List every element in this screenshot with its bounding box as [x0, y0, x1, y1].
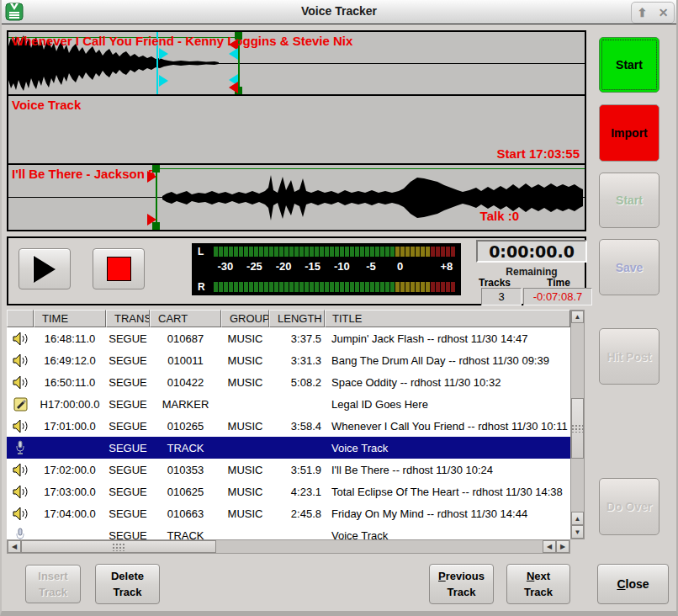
log-row[interactable]: SEGUETRACKVoice Track — [7, 524, 570, 539]
time-label: Time — [530, 277, 587, 289]
tracks-remaining-value: 3 — [481, 288, 522, 305]
meter-segment — [390, 247, 395, 257]
fade-marker-arrow[interactable] — [229, 82, 238, 93]
meter-segment — [254, 282, 258, 292]
play-button[interactable] — [19, 248, 71, 289]
meter-segment — [269, 282, 273, 292]
log-row[interactable]: 17:01:00.0SEGUE010265MUSIC3:58.4Whenever… — [7, 415, 570, 437]
meter-segment — [224, 282, 228, 292]
save-label: Save — [616, 261, 644, 274]
next-track-button[interactable]: Next Track — [506, 564, 570, 604]
scroll-left-icon[interactable]: ◀ — [8, 540, 21, 553]
meter-segment — [390, 282, 395, 292]
meter-segment — [305, 282, 309, 292]
meter-segment — [375, 247, 379, 257]
start-play-button: Start — [599, 173, 659, 228]
meter-segment — [345, 282, 349, 292]
audio-cart-icon — [12, 419, 29, 433]
play-icon — [34, 256, 56, 283]
log-cell-trans: SEGUE — [106, 529, 150, 540]
stop-icon — [107, 257, 131, 281]
meter-segment — [279, 282, 283, 292]
scrollbar-corner — [570, 539, 585, 554]
meter-segment — [305, 247, 309, 257]
vscroll-thumb[interactable] — [571, 398, 584, 459]
waveform-panel-next-track[interactable]: I'll Be There - Jackson 5 Talk :0 — [7, 163, 586, 231]
insert-track-line2: Track — [39, 584, 67, 601]
log-row[interactable]: 17:03:00.0SEGUE010625MUSIC4:23.1Total Ec… — [7, 481, 570, 502]
log-row[interactable]: 17:04:00.0SEGUE010663MUSIC2:45.8Friday O… — [7, 502, 570, 524]
delete-track-button[interactable]: Delete Track — [95, 564, 160, 604]
meter-segment — [315, 247, 319, 257]
scroll-right-icon[interactable]: ▶ — [556, 540, 569, 553]
meter-segment — [214, 282, 218, 292]
meter-segment — [385, 247, 389, 257]
vertical-scrollbar[interactable]: ▲ ▲ ▼ — [570, 310, 585, 539]
log-cell-length: 4:23.1 — [269, 486, 325, 498]
header-length[interactable]: LENGTH — [269, 310, 325, 327]
scroll-down-icon[interactable]: ▼ — [571, 525, 584, 539]
meter-segment — [416, 282, 420, 292]
talk-marker-arrow[interactable] — [159, 75, 168, 87]
header-group[interactable]: GROUP — [221, 310, 269, 327]
log-cell-icon — [7, 397, 34, 412]
meter-segment — [416, 247, 420, 257]
meter-left-label: L — [198, 246, 204, 258]
log-header: TIME TRANS CART GROUP LENGTH TITLE — [7, 310, 570, 327]
log-row[interactable]: 16:50:11.0SEGUE010422MUSIC5:08.2Space Od… — [7, 371, 570, 393]
talk-marker-arrow[interactable] — [159, 48, 168, 60]
log-cell-icon — [7, 528, 34, 539]
log-cell-icon — [7, 419, 34, 433]
header-trans[interactable]: TRANS — [106, 310, 150, 327]
scroll-up-icon[interactable]: ▲ — [571, 311, 584, 323]
import-button[interactable]: Import — [599, 104, 659, 162]
log-cell-length: 3:37.5 — [269, 332, 325, 345]
meter-segment — [355, 247, 359, 257]
header-cart[interactable]: CART — [150, 310, 221, 327]
close-window-icon[interactable]: ✕ — [659, 7, 669, 19]
previous-track-button[interactable]: Previous Track — [429, 564, 494, 604]
log-row[interactable]: 16:48:11.0SEGUE010687MUSIC3:37.5Jumpin' … — [7, 327, 570, 349]
horizontal-scrollbar[interactable]: ◀ ◀ ▶ — [7, 539, 570, 554]
log-cell-time: 16:48:11.0 — [34, 332, 106, 345]
log-cell-trans: SEGUE — [106, 464, 150, 476]
shade-icon[interactable]: ⬆ — [638, 7, 648, 19]
log-cell-title: Bang The Drum All Day -- rdhost 11/30 09… — [325, 354, 570, 367]
header-title[interactable]: TITLE — [325, 310, 570, 327]
log-row[interactable]: 16:49:12.0SEGUE010011MUSIC3:31.3Bang The… — [7, 349, 570, 371]
scroll-left-icon[interactable]: ◀ — [543, 540, 556, 553]
previous-track-line1: Previous — [438, 568, 485, 585]
talk-end-arrow[interactable] — [229, 48, 238, 60]
stop-button[interactable] — [93, 248, 145, 289]
log-cell-title: Voice Track — [325, 442, 570, 454]
log-row-selected[interactable]: SEGUETRACKVoice Track — [7, 437, 570, 459]
meter-scale: -30-25-20-15-10-50+8 — [192, 260, 461, 277]
meter-segment — [320, 282, 324, 292]
header-time[interactable]: TIME — [34, 310, 106, 327]
hscroll-thumb[interactable] — [21, 540, 216, 553]
log-cell-time: 17:03:00.0 — [34, 486, 106, 498]
meter-segment — [360, 247, 364, 257]
log-row[interactable]: H17:00:00.0SEGUEMARKERLegal ID Goes Here — [7, 393, 570, 415]
scroll-up-icon[interactable]: ▲ — [571, 512, 584, 525]
start-record-button[interactable]: Start — [599, 37, 659, 93]
meter-segment — [451, 247, 455, 257]
start-marker-arrow[interactable] — [147, 214, 156, 226]
meter-right-bar — [214, 282, 456, 292]
log-cell-time: 16:50:11.0 — [34, 376, 106, 389]
time-remaining-value: -0:07:08.7 — [523, 288, 592, 305]
waveform-panel-previous-track[interactable]: Whenever I Call You Friend - Kenny Loggi… — [7, 30, 586, 96]
log-cell-title: Whenever I Call You Friend -- rdhost 11/… — [325, 420, 570, 433]
meter-segment — [325, 247, 329, 257]
close-button[interactable]: Close — [597, 564, 669, 604]
meter-segment — [395, 282, 400, 292]
header-icon-col[interactable] — [7, 310, 34, 327]
log-cell-title: Voice Track — [325, 529, 570, 540]
log-row[interactable]: 17:02:00.0SEGUE010353MUSIC3:51.9I'll Be … — [7, 459, 570, 481]
log-cell-trans: SEGUE — [106, 486, 150, 498]
do-over-button: Do Over — [599, 478, 659, 535]
start-marker-arrow[interactable] — [147, 171, 156, 183]
waveform-panel-voice-track[interactable]: Voice Track Start 17:03:55 — [7, 94, 586, 165]
meter-scale-label: -30 — [217, 260, 233, 273]
audio-cart-icon — [12, 485, 29, 499]
